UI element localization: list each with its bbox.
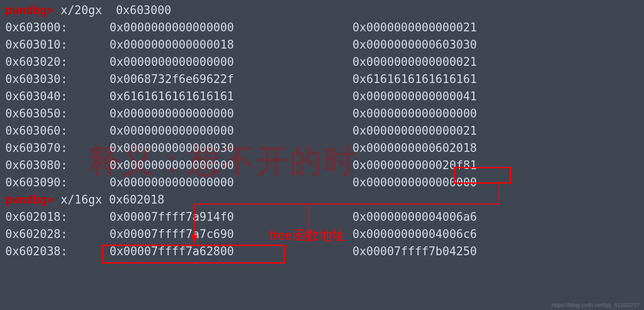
memory-row: 0x603000:0x00000000000000000x00000000000… xyxy=(5,19,639,36)
mem-addr: 0x603040: xyxy=(5,88,110,105)
memory-row: 0x603050:0x00000000000000000x00000000000… xyxy=(5,105,639,122)
mem-addr: 0x603030: xyxy=(5,71,110,88)
mem-addr: 0x603070: xyxy=(5,140,110,157)
memory-row: 0x603080:0x00000000000000000x00000000000… xyxy=(5,157,639,174)
mem-addr: 0x602028: xyxy=(5,226,110,243)
memory-row: 0x602018:0x00007ffff7a914f00x00000000004… xyxy=(5,208,639,226)
mem-val2: 0x0000000000000041 xyxy=(352,88,477,105)
memory-row: 0x603040:0x61616161616161610x00000000000… xyxy=(5,88,639,105)
mem-val2: 0x0000000000000021 xyxy=(352,122,477,140)
memory-row: 0x603060:0x00000000000000000x00000000000… xyxy=(5,122,639,140)
memory-row: 0x603020:0x00000000000000000x00000000000… xyxy=(5,53,639,71)
mem-val2: 0x0000000000000000 xyxy=(352,105,477,122)
mem-val2: 0x00000000004006c6 xyxy=(352,226,477,243)
annotation-label: free函数地址 xyxy=(269,225,345,245)
command-text: x/20gx 0x603000 xyxy=(61,2,171,19)
mem-val2: 0x6161616161616161 xyxy=(352,71,477,88)
mem-val2: 0x0000000000602018 xyxy=(352,140,477,157)
mem-addr: 0x603080: xyxy=(5,157,110,174)
prompt: pwndbg> xyxy=(5,191,61,208)
mem-val1: 0x0000000000000030 xyxy=(110,140,352,157)
mem-addr: 0x602038: xyxy=(5,243,110,260)
mem-addr: 0x603060: xyxy=(5,122,110,140)
memory-row: 0x602038:0x00007ffff7a628000x00007ffff7b… xyxy=(5,243,639,260)
source-watermark: https://blog.csdn.net/qq_41202237 xyxy=(552,301,640,310)
mem-val1: 0x0000000000000018 xyxy=(110,36,352,53)
memory-row: 0x603010:0x00000000000000180x00000000006… xyxy=(5,36,639,53)
mem-val2: 0x0000000000603030 xyxy=(352,36,477,53)
memory-row: 0x603030:0x0068732f6e69622f0x61616161616… xyxy=(5,71,639,88)
mem-val1: 0x0000000000000000 xyxy=(110,157,352,174)
mem-val1: 0x0000000000000000 xyxy=(110,19,352,36)
mem-val1: 0x0000000000000000 xyxy=(110,53,352,71)
mem-addr: 0x602018: xyxy=(5,208,110,226)
mem-val2: 0x00000000004006a6 xyxy=(352,208,477,226)
command-line-2[interactable]: pwndbg> x/16gx 0x602018 xyxy=(5,191,639,208)
memory-row: 0x603070:0x00000000000000300x00000000006… xyxy=(5,140,639,157)
mem-val2: 0x00007ffff7b04250 xyxy=(352,243,477,260)
command-line-1[interactable]: pwndbg> x/20gx 0x603000 xyxy=(5,2,639,19)
mem-val1: 0x0000000000000000 xyxy=(110,174,352,191)
mem-addr: 0x603020: xyxy=(5,53,110,71)
mem-val1: 0x6161616161616161 xyxy=(110,88,352,105)
mem-val1: 0x0068732f6e69622f xyxy=(110,71,352,88)
annotation-box-value xyxy=(102,245,285,264)
command-text: x/16gx 0x602018 xyxy=(61,191,164,208)
mem-val1: 0x00007ffff7a914f0 xyxy=(110,208,352,226)
mem-addr: 0x603050: xyxy=(5,105,110,122)
mem-val1: 0x0000000000000000 xyxy=(110,122,352,140)
memory-row: 0x603090:0x00000000000000000x00000000000… xyxy=(5,174,639,191)
mem-addr: 0x603090: xyxy=(5,174,110,191)
mem-addr: 0x603010: xyxy=(5,36,110,53)
mem-val1: 0x0000000000000000 xyxy=(110,105,352,122)
mem-addr: 0x603000: xyxy=(5,19,110,36)
annotation-box-address xyxy=(454,167,511,184)
mem-val2: 0x0000000000000021 xyxy=(352,53,477,71)
mem-val2: 0x0000000000000021 xyxy=(352,19,477,36)
prompt: pwndbg> xyxy=(5,2,61,19)
terminal-output: pwndbg> x/20gx 0x603000 0x603000:0x00000… xyxy=(0,0,644,262)
